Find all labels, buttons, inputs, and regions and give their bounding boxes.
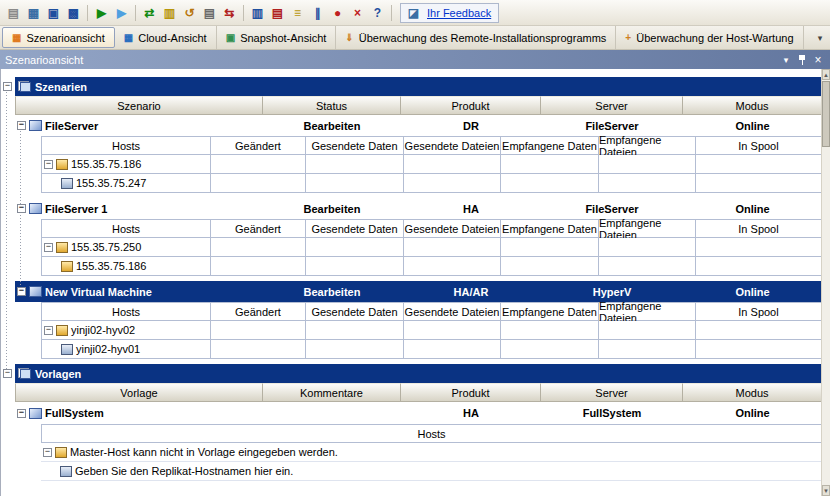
scrollbar-thumb[interactable]: [822, 81, 830, 147]
column-header[interactable]: Vorlage: [15, 383, 263, 402]
template-row[interactable]: FullSystem HA FullSystem Online: [15, 402, 821, 424]
scroll-down-icon[interactable]: [822, 485, 830, 496]
delete-icon[interactable]: ×: [348, 3, 367, 22]
feedback-link[interactable]: Ihr Feedback: [427, 7, 491, 19]
host-column-header[interactable]: Gesendete Dateien: [404, 302, 501, 321]
host-column-header[interactable]: Empfangene Dateien: [599, 136, 696, 155]
column-header[interactable]: Server: [541, 383, 683, 402]
scenarios-group-row: Szenarien: [1, 77, 821, 96]
run-icon[interactable]: ▶: [92, 3, 111, 22]
scenario-row[interactable]: FileServer Bearbeiten DR FileServer Onli…: [15, 115, 821, 136]
template-column-headers: Vorlage Kommentare Produkt Server Modus: [15, 383, 821, 402]
host-column-header[interactable]: Hosts: [41, 136, 211, 155]
host-column-header[interactable]: Geändert: [211, 136, 306, 155]
column-header[interactable]: Produkt: [401, 383, 541, 402]
master-host-icon: [56, 242, 68, 253]
tab-remote-installer-monitor[interactable]: ⇓ Überwachung des Remote-Installationspr…: [336, 26, 616, 49]
host-column-header[interactable]: Gesendete Dateien: [404, 219, 501, 238]
stop-icon[interactable]: ●: [328, 3, 347, 22]
difference-report-icon[interactable]: ▥: [160, 3, 179, 22]
panel-menu-icon[interactable]: [779, 53, 793, 67]
host-column-header[interactable]: Empfangene Dateien: [599, 302, 696, 321]
save-icon[interactable]: ▣: [44, 3, 63, 22]
host-column-header[interactable]: Gesendete Daten: [306, 302, 404, 321]
collapse-icon[interactable]: [43, 448, 52, 457]
host-column-header[interactable]: Hosts: [41, 219, 211, 238]
host-column-header[interactable]: Empfangene Daten: [501, 136, 599, 155]
column-header[interactable]: Server: [541, 96, 683, 115]
scenario-row-selected[interactable]: New Virtual Machine Bearbeiten HA/AR Hyp…: [15, 281, 821, 302]
collapse-icon[interactable]: [44, 160, 53, 169]
collapse-icon[interactable]: [3, 82, 12, 91]
collapse-icon[interactable]: [44, 326, 53, 335]
suspend-icon[interactable]: ∥: [308, 3, 327, 22]
report-center-icon[interactable]: ▤: [268, 3, 287, 22]
host-column-header[interactable]: Geändert: [211, 302, 306, 321]
column-header[interactable]: Status: [263, 96, 401, 115]
synchronize-icon[interactable]: ⇄: [140, 3, 159, 22]
host-column-header[interactable]: In Spool: [696, 136, 821, 155]
host-column-header[interactable]: Gesendete Daten: [306, 219, 404, 238]
host-maintenance-tab-icon: +: [625, 32, 631, 43]
statistics-icon[interactable]: ▥: [248, 3, 267, 22]
scroll-up-icon[interactable]: [822, 69, 830, 80]
template-icon: [29, 408, 42, 419]
feedback-icon[interactable]: ◪: [404, 3, 423, 22]
host-column-header[interactable]: Empfangene Dateien: [599, 219, 696, 238]
template-master-row[interactable]: Master-Host kann nicht in Vorlage eingeg…: [41, 443, 821, 462]
scenario-column-headers: Szenario Status Produkt Server Modus: [15, 96, 821, 115]
host-cell: [501, 257, 599, 276]
host-cell: [501, 238, 599, 257]
tab-cloud-ansicht[interactable]: ▦ Cloud-Ansicht: [115, 26, 217, 49]
host-row[interactable]: 155.35.75.186: [41, 257, 821, 276]
collapse-icon[interactable]: [44, 243, 53, 252]
column-header[interactable]: Kommentare: [263, 383, 401, 402]
scenarios-group-bar[interactable]: Szenarien: [15, 77, 821, 96]
save-all-icon[interactable]: ▩: [64, 3, 83, 22]
host-column-header[interactable]: Hosts: [41, 302, 211, 321]
column-header[interactable]: Produkt: [401, 96, 541, 115]
collapse-icon[interactable]: [17, 121, 26, 130]
tab-host-maintenance-monitor[interactable]: + Überwachung der Host-Wartung: [616, 26, 803, 49]
close-icon[interactable]: [811, 53, 825, 67]
help-icon[interactable]: ?: [368, 3, 387, 22]
collapse-icon[interactable]: [17, 409, 26, 418]
new-group-icon[interactable]: ▦: [24, 3, 43, 22]
host-column-header[interactable]: Gesendete Daten: [306, 136, 404, 155]
host-row[interactable]: 155.35.75.250: [41, 238, 821, 257]
template-replica-row[interactable]: Geben Sie den Replikat-Hostnamen hier ei…: [41, 462, 821, 481]
host-row[interactable]: 155.35.75.247: [41, 174, 821, 193]
host-column-header[interactable]: Empfangene Daten: [501, 302, 599, 321]
host-row[interactable]: 155.35.75.186: [41, 155, 821, 174]
host-column-header[interactable]: Geändert: [211, 219, 306, 238]
column-header[interactable]: Modus: [683, 96, 821, 115]
host-column-header[interactable]: Gesendete Dateien: [404, 136, 501, 155]
tab-szenarioansicht[interactable]: ▦ Szenarioansicht: [2, 27, 115, 48]
tab-snapshot-ansicht[interactable]: ▣ Snapshot-Ansicht: [217, 26, 337, 49]
host-cell: [599, 174, 696, 193]
collapse-icon[interactable]: [17, 204, 26, 213]
column-header[interactable]: Szenario: [15, 96, 263, 115]
collapse-icon[interactable]: [17, 287, 26, 296]
pin-icon[interactable]: [795, 53, 809, 67]
host-column-header[interactable]: In Spool: [696, 302, 821, 321]
host-column-headers: Hosts Geändert Gesendete Daten Gesendete…: [41, 219, 821, 238]
properties-icon[interactable]: ▤: [200, 3, 219, 22]
column-header[interactable]: Modus: [683, 383, 821, 402]
vertical-scrollbar[interactable]: [821, 69, 830, 496]
host-column-header[interactable]: Empfangene Daten: [501, 219, 599, 238]
restore-data-icon[interactable]: ↺: [180, 3, 199, 22]
switchover-icon[interactable]: ⇆: [220, 3, 239, 22]
scenario-row[interactable]: FileServer 1 Bearbeiten HA FileServer On…: [15, 198, 821, 219]
toolbar-overflow-icon[interactable]: [814, 31, 826, 45]
host-column-header[interactable]: In Spool: [696, 219, 821, 238]
event-log-icon[interactable]: ≡: [288, 3, 307, 22]
run-assessment-icon[interactable]: ▶: [112, 3, 131, 22]
new-scenario-icon[interactable]: ▤: [4, 3, 23, 22]
host-row[interactable]: yinji02-hyv01: [41, 340, 821, 359]
host-cell: [211, 155, 306, 174]
templates-group-bar[interactable]: Vorlagen: [15, 364, 821, 383]
collapse-icon[interactable]: [3, 369, 12, 378]
toolbar-separator: [87, 5, 88, 21]
host-row[interactable]: yinji02-hyv02: [41, 321, 821, 340]
